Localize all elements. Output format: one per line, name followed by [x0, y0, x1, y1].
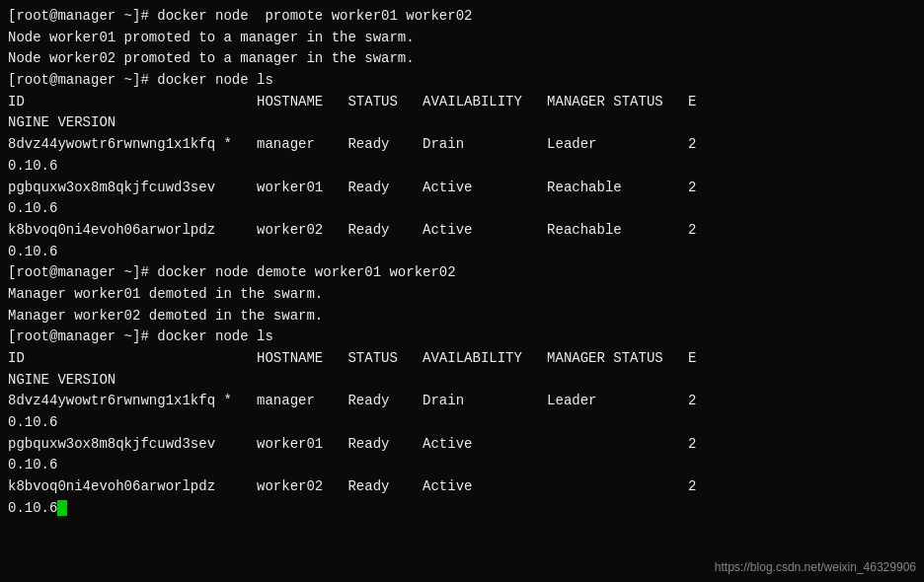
terminal-cursor	[57, 500, 67, 516]
terminal-line: [root@manager ~]# docker node demote wor…	[8, 262, 916, 284]
terminal-line: [root@manager ~]# docker node promote wo…	[8, 6, 916, 28]
terminal-line: Node worker01 promoted to a manager in t…	[8, 28, 916, 49]
terminal-line: 0.10.6	[8, 242, 916, 263]
terminal-line: pgbquxw3ox8m8qkjfcuwd3sev worker01 Ready…	[8, 434, 916, 456]
terminal-line: ID HOSTNAME STATUS AVAILABILITY MANAGER …	[8, 348, 916, 370]
terminal-line: 0.10.6	[8, 412, 916, 434]
terminal-line: [root@manager ~]# docker node ls	[8, 70, 916, 92]
terminal-line: Node worker02 promoted to a manager in t…	[8, 48, 916, 70]
terminal-line: 0.10.6	[8, 198, 916, 220]
terminal: [root@manager ~]# docker node promote wo…	[0, 0, 924, 582]
terminal-prompt-last[interactable]: 0.10.6	[8, 498, 916, 520]
terminal-line: 0.10.6	[8, 455, 916, 476]
terminal-line: [root@manager ~]# docker node ls	[8, 327, 916, 348]
terminal-line: NGINE VERSION	[8, 112, 916, 134]
prompt-text: 0.10.6	[8, 500, 57, 516]
terminal-line: NGINE VERSION	[8, 370, 916, 392]
terminal-line: ID HOSTNAME STATUS AVAILABILITY MANAGER …	[8, 92, 916, 113]
terminal-line: k8bvoq0ni4evoh06arworlpdz worker02 Ready…	[8, 476, 916, 498]
terminal-line: pgbquxw3ox8m8qkjfcuwd3sev worker01 Ready…	[8, 178, 916, 199]
terminal-line: 8dvz44ywowtr6rwnwng1x1kfq * manager Read…	[8, 134, 916, 156]
terminal-line: 8dvz44ywowtr6rwnwng1x1kfq * manager Read…	[8, 391, 916, 412]
terminal-line: k8bvoq0ni4evoh06arworlpdz worker02 Ready…	[8, 220, 916, 242]
terminal-line: Manager worker01 demoted in the swarm.	[8, 284, 916, 306]
terminal-line: 0.10.6	[8, 156, 916, 178]
watermark: https://blog.csdn.net/weixin_46329906	[715, 560, 916, 574]
terminal-line: Manager worker02 demoted in the swarm.	[8, 306, 916, 327]
